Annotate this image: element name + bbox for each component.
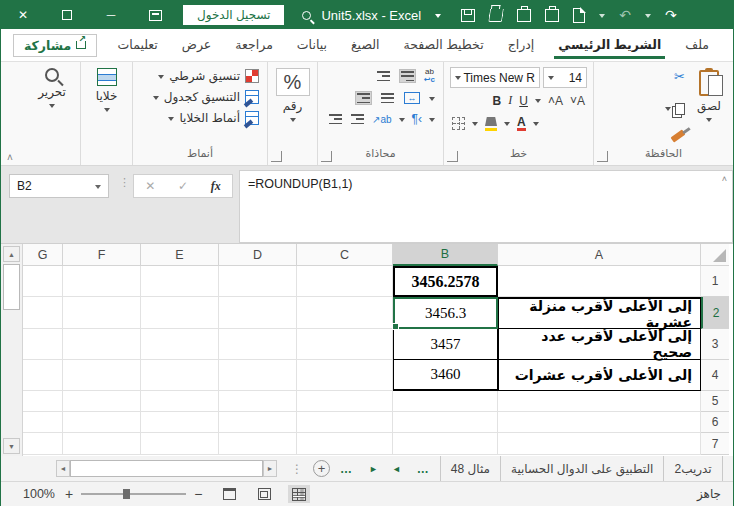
- column-header-e[interactable]: E: [141, 244, 219, 266]
- vertical-scroll-thumb[interactable]: [3, 264, 20, 310]
- cells-button[interactable]: خلايا: [94, 66, 120, 147]
- shrink-font-icon[interactable]: A˅: [570, 94, 585, 108]
- cell[interactable]: [219, 433, 297, 455]
- cell[interactable]: [297, 412, 393, 433]
- cell[interactable]: [297, 433, 393, 455]
- column-header-f[interactable]: F: [63, 244, 141, 266]
- row-header-4[interactable]: 4: [701, 360, 729, 391]
- underline-chevron-down-icon[interactable]: [535, 99, 541, 106]
- tab-data[interactable]: بيانات: [285, 31, 339, 60]
- cell-A1[interactable]: [498, 266, 701, 297]
- cell-A4[interactable]: إلى الأعلى لأقرب عشرات: [498, 360, 701, 391]
- row-header-1[interactable]: 1: [701, 266, 729, 297]
- print-preview-icon[interactable]: [545, 9, 559, 22]
- conditional-formatting-button[interactable]: تنسيق شرطي: [141, 69, 259, 83]
- cell[interactable]: [219, 412, 297, 433]
- sheet-tab-2[interactable]: تدريب2: [663, 456, 722, 481]
- cell[interactable]: [498, 433, 701, 455]
- insert-function-icon[interactable]: fx: [211, 179, 221, 194]
- ribbon-display-options-button[interactable]: [133, 1, 177, 29]
- bold-icon[interactable]: B: [493, 94, 502, 108]
- format-as-table-button[interactable]: التنسيق كجدول: [141, 90, 259, 104]
- borders-chevron-down-icon[interactable]: [472, 122, 478, 129]
- cell[interactable]: [63, 391, 141, 412]
- minimize-button[interactable]: ─: [89, 1, 133, 29]
- zoom-slider[interactable]: [81, 493, 186, 495]
- cell-B3[interactable]: 3457: [393, 329, 498, 360]
- cell[interactable]: [498, 412, 701, 433]
- row-header-6[interactable]: 6: [701, 412, 729, 433]
- paste-button[interactable]: لصق: [691, 66, 727, 147]
- add-sheet-button[interactable]: +: [313, 460, 330, 477]
- cell[interactable]: [219, 266, 297, 297]
- collapse-ribbon-icon[interactable]: ˄: [7, 152, 13, 163]
- title-chevron-down-icon[interactable]: [435, 14, 441, 21]
- borders-icon[interactable]: [452, 117, 465, 130]
- align-center-icon[interactable]: [356, 92, 371, 104]
- cell-B1[interactable]: 3456.2578: [393, 266, 498, 297]
- cell[interactable]: [393, 412, 498, 433]
- cell[interactable]: [219, 360, 297, 391]
- tab-view[interactable]: عرض: [170, 31, 223, 60]
- cell[interactable]: [63, 329, 141, 360]
- horizontal-scrollbar[interactable]: ◄ ►: [56, 460, 277, 477]
- align-right-icon[interactable]: [380, 92, 395, 104]
- cell[interactable]: [63, 412, 141, 433]
- editing-chevron-down-icon[interactable]: [49, 104, 55, 111]
- cancel-icon[interactable]: ✕: [145, 179, 155, 193]
- cell[interactable]: [23, 391, 63, 412]
- scroll-down-icon[interactable]: ▼: [3, 438, 20, 454]
- row-header-2[interactable]: 2: [701, 297, 729, 329]
- format-painter-icon[interactable]: [670, 130, 685, 143]
- page-break-preview-button[interactable]: [218, 485, 240, 503]
- top-align-icon[interactable]: [400, 70, 415, 82]
- cell[interactable]: [141, 360, 219, 391]
- copy-chevron-down-icon[interactable]: [665, 107, 671, 114]
- row-header-3[interactable]: 3: [701, 329, 729, 360]
- tab-file[interactable]: ملف: [673, 31, 721, 60]
- cell[interactable]: [63, 266, 141, 297]
- formula-bar-collapse-icon[interactable]: ˄: [722, 174, 727, 184]
- quick-print-icon[interactable]: [517, 9, 531, 22]
- name-box[interactable]: B2: [9, 174, 109, 198]
- zoom-slider-thumb[interactable]: [123, 489, 130, 499]
- number-dialog-launcher-icon[interactable]: [271, 151, 282, 162]
- name-box-chevron-down-icon[interactable]: [95, 185, 101, 192]
- zoom-level[interactable]: 100%: [23, 487, 55, 501]
- cell[interactable]: [297, 391, 393, 412]
- cell-B4[interactable]: 3460: [393, 360, 498, 391]
- cell[interactable]: [23, 360, 63, 391]
- merge-center-icon[interactable]: ↔: [404, 92, 420, 104]
- new-file-icon[interactable]: [573, 8, 585, 23]
- cell[interactable]: [141, 391, 219, 412]
- undo-chevron-down-icon[interactable]: [645, 14, 651, 21]
- share-button[interactable]: مشاركة: [13, 34, 97, 57]
- sheet-nav-prev-icon[interactable]: ◄: [392, 464, 401, 474]
- paste-chevron-down-icon[interactable]: [706, 118, 712, 125]
- column-header-b[interactable]: B: [393, 244, 498, 266]
- cell[interactable]: [141, 297, 219, 329]
- cell-A2[interactable]: إلى الأعلى لأقرب منزلة عشرية: [498, 297, 701, 329]
- cell-A3[interactable]: إلى الأعلى لأقرب عدد صحيح: [498, 329, 701, 360]
- cell-styles-button[interactable]: أنماط الخلايا: [141, 111, 259, 125]
- close-button[interactable]: ✕: [1, 1, 45, 29]
- cell[interactable]: [141, 329, 219, 360]
- italic-icon[interactable]: I: [508, 93, 512, 108]
- qat-chevron-down-icon[interactable]: [599, 14, 605, 21]
- sign-in-button[interactable]: تسجيل الدخول: [183, 5, 284, 25]
- cell[interactable]: [219, 297, 297, 329]
- cell[interactable]: [23, 433, 63, 455]
- formula-input[interactable]: =ROUNDUP(B1,1): [239, 170, 733, 243]
- zoom-in-icon[interactable]: +: [65, 486, 73, 502]
- sheet-tab-0[interactable]: مثال 48: [440, 456, 500, 481]
- column-header-c[interactable]: C: [297, 244, 393, 266]
- redo-icon[interactable]: ↷: [665, 7, 677, 23]
- cell[interactable]: [219, 391, 297, 412]
- cell[interactable]: [219, 329, 297, 360]
- number-format-button[interactable]: % رقم: [274, 66, 312, 147]
- scroll-up-icon[interactable]: ▲: [3, 246, 20, 262]
- editing-button[interactable]: تحرير: [36, 66, 68, 147]
- maximize-button[interactable]: [45, 1, 89, 29]
- search-icon[interactable]: [302, 11, 311, 20]
- paragraph-direction-icon[interactable]: ›¶: [412, 112, 422, 126]
